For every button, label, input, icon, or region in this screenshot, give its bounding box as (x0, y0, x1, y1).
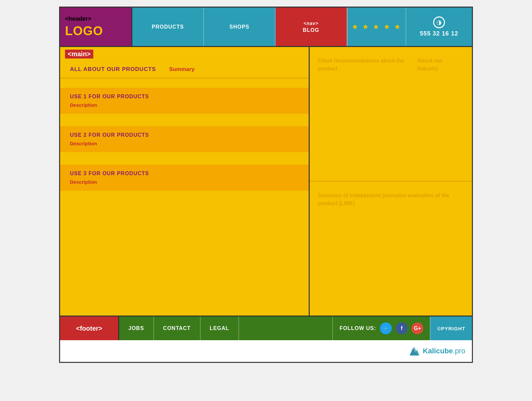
gap-2 (60, 117, 309, 123)
footer-nav: JOBS CONTACT LEGAL (119, 317, 239, 340)
section-use3-desc: Description (70, 179, 299, 185)
social-googleplus-icon[interactable]: G+ (411, 322, 423, 334)
phone-number: 555 32 16 12 (420, 30, 458, 37)
footer-tag-label: <footer> (76, 325, 102, 332)
main-tag-label: <main> (65, 50, 93, 59)
all-about-heading: ALL ABOUT OUR PRODUCTS (70, 66, 156, 73)
all-about-subheading: Summary (169, 66, 194, 73)
phone-area: ◑ 555 32 16 12 (406, 8, 472, 46)
social-facebook-icon[interactable]: f (396, 322, 408, 334)
main: <main> ALL ABOUT OUR PRODUCTS Summary US… (60, 47, 472, 317)
right-top: Client recommendations about the product… (310, 47, 472, 182)
main-right: Client recommendations about the product… (310, 47, 472, 316)
right-bottom: Summary of independent journalist evalua… (310, 182, 472, 316)
footer-right: FOLLOW US: 🐦 f G+ (332, 317, 430, 340)
section-use1: USE 1 FOR OUR PRODUCTS Description (60, 88, 309, 114)
about-industry-text: About our industry (417, 58, 442, 71)
main-left: <main> ALL ABOUT OUR PRODUCTS Summary US… (60, 47, 310, 316)
footer-jobs[interactable]: JOBS (119, 317, 154, 340)
footer-contact[interactable]: CONTACT (154, 317, 201, 340)
nav-blog[interactable]: <nav> BLOG (276, 8, 347, 46)
journalist-eval-text: Summary of independent journalist evalua… (318, 193, 449, 206)
section-use1-desc: Description (70, 102, 299, 108)
all-about-section: ALL ABOUT OUR PRODUCTS Summary (60, 61, 309, 79)
client-recommendations: Client recommendations about the product (318, 57, 411, 171)
copyright-area: ©PYRIGHT (430, 317, 472, 340)
gap-1 (60, 79, 309, 84)
nav-tag-label: <nav> (303, 21, 318, 26)
gap-3 (60, 155, 309, 161)
nav-shops[interactable]: SHOPS (204, 8, 276, 46)
kalicube-branding: Kalicube.pro (60, 340, 472, 362)
stars-area: ★ ★ ★ ★ ★ (347, 8, 406, 46)
social-twitter-icon[interactable]: 🐦 (380, 322, 392, 334)
footer-legal[interactable]: LEGAL (201, 317, 239, 340)
main-tag-bar: <main> (60, 47, 309, 61)
section-use2-desc: Description (70, 141, 299, 146)
kalicube-icon (408, 345, 420, 357)
follow-us-label: FOLLOW US: (340, 325, 376, 331)
header: <header> LOGO PRODUCTS SHOPS <nav> BLOG … (60, 8, 472, 47)
section-use3-title: USE 3 FOR OUR PRODUCTS (70, 171, 299, 177)
header-logo-area: <header> LOGO (60, 8, 132, 46)
nav-products[interactable]: PRODUCTS (132, 8, 204, 46)
section-use2-title: USE 2 FOR OUR PRODUCTS (70, 132, 299, 138)
section-use1-title: USE 1 FOR OUR PRODUCTS (70, 94, 299, 100)
gap-bottom-left (60, 194, 309, 316)
stars: ★ ★ ★ ★ ★ (352, 23, 401, 31)
footer: <footer> JOBS CONTACT LEGAL FOLLOW US: 🐦… (60, 317, 472, 340)
footer-tag-area: <footer> (60, 317, 119, 340)
logo[interactable]: LOGO (65, 24, 126, 38)
nav-area: PRODUCTS SHOPS <nav> BLOG (132, 8, 347, 46)
header-tag-label: <header> (65, 15, 126, 22)
kalicube-name: Kalicube.pro (423, 347, 465, 355)
section-use3: USE 3 FOR OUR PRODUCTS Description (60, 165, 309, 191)
section-use2: USE 2 FOR OUR PRODUCTS Description (60, 126, 309, 152)
phone-icon: ◑ (433, 16, 445, 28)
client-reco-text: Client recommendations about the product (318, 58, 404, 71)
copyright-text: ©PYRIGHT (437, 326, 465, 331)
about-industry: About our industry (417, 57, 464, 171)
